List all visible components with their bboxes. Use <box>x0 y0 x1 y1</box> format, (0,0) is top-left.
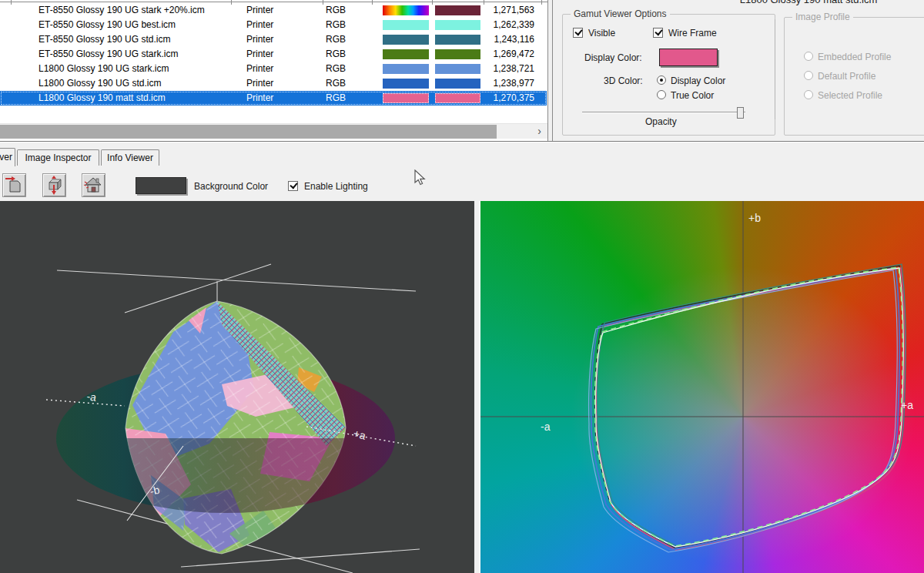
profile-class: Printer <box>246 91 273 106</box>
profile-table-pane: ET-8550 Glossy 190 UG stark +20%.icm Pri… <box>0 0 547 141</box>
flip-vertical-icon <box>43 174 65 196</box>
table-row[interactable]: ET-8550 Glossy 190 UG stark.icm Printer … <box>0 47 547 62</box>
table-row-selected[interactable]: L1800 Glossy 190 matt std.icm Printer RG… <box>0 91 547 106</box>
profile-name: ET-8550 Glossy 190 UG best.icm <box>38 18 176 32</box>
default-profile-radio[interactable] <box>804 71 813 80</box>
gamut-point-count: 1,238,977 <box>480 76 534 91</box>
gamut-options-pane: L1800 Glossy 190 matt std.icm Gamut View… <box>553 0 924 141</box>
gamut-color-swatch <box>383 20 429 30</box>
group-title: Image Profile <box>792 12 853 22</box>
color-space: RGB <box>326 47 346 62</box>
gamut-solid <box>108 286 362 571</box>
true-color-radio[interactable] <box>657 90 666 99</box>
gamut-point-count: 1,243,116 <box>480 32 534 47</box>
true-color-option-label: True Color <box>671 90 714 101</box>
display-color-swatch <box>435 49 480 59</box>
gamut-color-swatch <box>383 35 429 45</box>
table-row[interactable]: L1800 Glossy 190 UG stark.icm Printer RG… <box>0 62 547 76</box>
color-space: RGB <box>326 3 346 18</box>
background-color-button[interactable] <box>136 177 186 194</box>
scroll-right-arrow-icon[interactable]: › <box>531 125 547 139</box>
profile-class: Printer <box>246 76 273 91</box>
profile-class: Printer <box>246 18 273 32</box>
crosshair-axes <box>480 201 924 573</box>
table-header-border <box>0 2 547 2</box>
color-space: RGB <box>326 32 346 47</box>
display-color-button[interactable] <box>659 49 718 66</box>
embedded-profile-label: Embedded Profile <box>818 52 891 62</box>
viewer-splitter[interactable] <box>474 201 480 573</box>
gamut-point-count: 1,262,339 <box>480 18 534 32</box>
profile-name: ET-8550 Glossy 190 UG std.icm <box>38 32 170 47</box>
copy-view-icon <box>3 174 25 196</box>
gamut-2d-viewport[interactable]: +b -a +a <box>480 201 924 573</box>
viewer-tab-bar: ver Image Inspector Info Viewer <box>0 148 924 166</box>
profile-name: L1800 Glossy 190 matt std.icm <box>38 91 166 106</box>
gamut-point-count: 1,270,375 <box>480 91 534 106</box>
color-space: RGB <box>326 62 346 76</box>
profile-name: ET-8550 Glossy 190 UG stark.icm <box>38 47 178 62</box>
pane-divider-highlight <box>0 142 924 142</box>
ab-plane-disc-front <box>56 438 395 513</box>
color-space: RGB <box>326 18 346 32</box>
table-horizontal-scrollbar[interactable]: › <box>0 123 547 139</box>
tab-image-inspector[interactable]: Image Inspector <box>17 149 99 166</box>
display-color-swatch <box>435 5 480 15</box>
group-title: Gamut Viewer Options <box>571 8 670 19</box>
color-space: RGB <box>326 76 346 91</box>
background-color-label: Background Color <box>194 181 268 192</box>
viewer-toolbar: Background Color Enable Lighting <box>0 166 924 201</box>
gamut-point-count: 1,271,563 <box>480 3 534 18</box>
gamut-color-swatch <box>383 79 429 89</box>
neg-a-axis-label: -a <box>541 421 551 433</box>
mouse-cursor <box>414 169 428 188</box>
table-row[interactable]: ET-8550 Glossy 190 UG std.icm Printer RG… <box>0 32 547 47</box>
profile-class: Printer <box>246 47 273 62</box>
profile-name: L1800 Glossy 190 UG std.icm <box>38 76 161 91</box>
tab-info-viewer[interactable]: Info Viewer <box>101 149 159 166</box>
selected-profile-radio[interactable] <box>804 90 813 99</box>
enable-lighting-checkbox[interactable] <box>288 181 298 191</box>
enable-lighting-label: Enable Lighting <box>304 181 368 192</box>
gamut-color-swatch <box>383 64 429 74</box>
display-color-swatch <box>435 20 480 30</box>
gamut-2d-plot: +b -a +a <box>480 201 924 573</box>
opacity-label: Opacity <box>645 116 677 127</box>
gamut-color-swatch <box>383 93 429 103</box>
options-divider <box>775 19 775 119</box>
color-space: RGB <box>326 91 346 106</box>
gamut-point-count: 1,238,721 <box>480 62 534 76</box>
display-color-swatch <box>435 35 480 45</box>
profile-name: L1800 Glossy 190 UG stark.icm <box>38 62 169 76</box>
copy-view-button[interactable] <box>2 173 26 197</box>
table-row[interactable]: L1800 Glossy 190 UG std.icm Printer RGB … <box>0 76 547 91</box>
wire-frame-label: Wire Frame <box>668 28 717 39</box>
embedded-profile-radio[interactable] <box>804 52 813 61</box>
pos-b-axis-label: +b <box>748 212 761 224</box>
profile-class: Printer <box>246 62 273 76</box>
gamut-color-swatch <box>383 49 429 59</box>
display-color-label: Display Color: <box>584 52 642 63</box>
gamut-3d-viewport[interactable]: -a +a -b <box>0 201 474 573</box>
image-profile-group: Image Profile Embedded Profile Default P… <box>784 17 924 136</box>
selected-profile-label: Selected Profile <box>818 90 882 101</box>
table-row[interactable]: ET-8550 Glossy 190 UG best.icm Printer R… <box>0 18 547 32</box>
wire-frame-checkbox[interactable] <box>653 28 663 38</box>
display-color-swatch <box>435 93 480 103</box>
reset-view-button[interactable] <box>82 173 105 197</box>
table-row[interactable]: ET-8550 Glossy 190 UG stark +20%.icm Pri… <box>0 3 547 18</box>
display-color-radio[interactable] <box>657 75 666 85</box>
slider-thumb[interactable] <box>737 107 744 119</box>
profile-name: ET-8550 Glossy 190 UG stark +20%.icm <box>38 3 205 18</box>
scrollbar-thumb[interactable] <box>0 125 497 139</box>
flip-vertical-button[interactable] <box>42 173 66 197</box>
display-color-swatch <box>435 64 480 74</box>
tab-gamut-viewer[interactable]: ver <box>0 148 15 166</box>
pane-splitter[interactable] <box>547 0 553 141</box>
gamut-point-count: 1,269,472 <box>480 47 534 62</box>
display-color-swatch <box>435 79 480 89</box>
display-color-option-label: Display Color <box>671 75 725 86</box>
visible-checkbox[interactable] <box>573 28 583 38</box>
gamut-viewer-options-group: Gamut Viewer Options Visible Wire Frame … <box>562 14 775 136</box>
visible-label: Visible <box>588 28 615 39</box>
